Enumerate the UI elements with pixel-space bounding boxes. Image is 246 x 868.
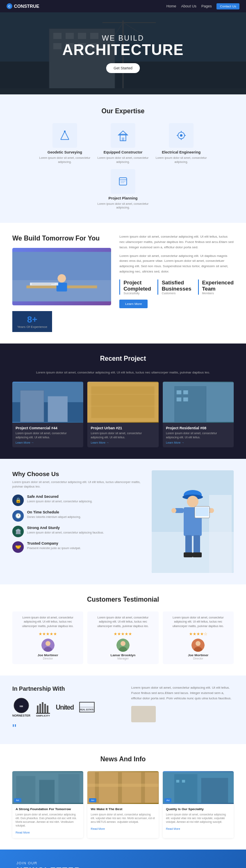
- why-item-3: 🤝 Trusted Company Praesent molestie just…: [12, 541, 144, 553]
- svg-point-80: [196, 641, 200, 646]
- news-content-1: We Make It The Best Lorem ipsum dolor si…: [87, 804, 158, 834]
- nav-links: Home About Us Pages Contact Us: [166, 3, 239, 9]
- why-left-col: Why Choose Us Lorem ipsum dolor sit amet…: [12, 470, 144, 557]
- news-title: News And Info: [12, 756, 234, 763]
- stat-0-label: Successfully: [123, 292, 151, 295]
- svg-point-36: [57, 274, 66, 283]
- stat-2-label: Members: [202, 292, 234, 295]
- nav-home[interactable]: Home: [166, 4, 176, 8]
- why-item-3-title: Trusted Company: [27, 541, 81, 545]
- svg-point-66: [209, 508, 214, 513]
- expertise-card-3-title: Project Planning: [96, 196, 150, 200]
- project-img-1: [87, 382, 158, 423]
- why-item-0: 🔒 Safe And Secured Lorem ipsum dolor sit…: [12, 495, 144, 506]
- news-img-1: Art: [87, 771, 158, 804]
- svg-rect-99: [118, 772, 122, 803]
- build-image: [12, 248, 111, 305]
- svg-rect-87: [44, 704, 46, 713]
- expertise-icon-1: [111, 123, 135, 148]
- news-section: News And Info Art A Strong Foundation Fo…: [0, 744, 246, 850]
- svg-rect-47: [91, 386, 155, 418]
- news-link-0[interactable]: Read More: [16, 831, 30, 834]
- hero-cta-button[interactable]: Get Started: [106, 63, 140, 73]
- svg-rect-53: [183, 390, 188, 394]
- why-icon-2: 🏛️: [12, 526, 24, 537]
- svg-rect-55: [183, 397, 188, 401]
- nav-pages[interactable]: Pages: [201, 4, 212, 8]
- partner-title: In Partnership With: [12, 685, 123, 692]
- nav-contact-button[interactable]: Contact Us: [216, 3, 239, 9]
- project-link-1[interactable]: Learn More →: [91, 441, 155, 444]
- avatar-2: [191, 639, 205, 652]
- expertise-section: Our Expertise Geodetic Surveying Lorem i…: [0, 94, 246, 223]
- nav-about[interactable]: About Us: [181, 4, 196, 8]
- project-card-0: Project Commercial #44 Lorem ipsum dolor…: [12, 382, 83, 447]
- reviewer-role-0: Director: [16, 657, 79, 660]
- svg-rect-88: [47, 705, 48, 713]
- testimonial-title: Customers Testimonial: [12, 596, 234, 603]
- partner-logos: NM NORNESTER SIMPLICITY United REAL ESTA…: [12, 698, 123, 717]
- news-title-2: Quality Is Our Speciality: [166, 807, 230, 811]
- svg-point-61: [187, 496, 198, 507]
- expertise-card-3-desc: Lorem ipsum dolor sit amet, consectetur …: [96, 202, 150, 210]
- newsletter-join-label: JOIN OUR: [16, 861, 123, 865]
- logo-icon: C: [7, 3, 12, 9]
- expertise-card-0-title: Geodetic Surveying: [38, 150, 91, 154]
- recent-desc: Lorem ipsum dolor sit amet, consectetur …: [12, 371, 234, 374]
- svg-point-77: [121, 641, 125, 646]
- learn-more-button[interactable]: Learn More: [119, 300, 148, 308]
- news-grid: Art A Strong Foundation For Tomorrow Lor…: [12, 771, 234, 838]
- project-info-2: Project Residential #08 Lorem ipsum dolo…: [163, 423, 234, 447]
- expertise-card-2: Electrical Engineering Lorem ipsum dolor…: [155, 123, 208, 164]
- news-badge-2: Art: [164, 798, 172, 802]
- build-desc2: Lorem ipsum dolor sit amet, consectetur …: [119, 254, 234, 275]
- stat-1-label: Customers: [162, 292, 191, 295]
- build-left-col: We Build Tomorrow For You 8+ Years Of Ex…: [12, 234, 111, 332]
- recent-section: Recent Project Lorem ipsum dolor sit ame…: [0, 344, 246, 459]
- news-card-0: Art A Strong Foundation For Tomorrow Lor…: [12, 771, 83, 838]
- svg-point-65: [171, 508, 176, 513]
- why-item-0-desc: Lorem ipsum dolor sit amet, consectetur …: [27, 499, 93, 504]
- stat-1: Satisfied Businesses Customers: [157, 279, 191, 295]
- svg-point-19: [64, 131, 66, 132]
- news-desc-0: Lorem ipsum dolor sit amet, consectetur …: [16, 813, 80, 827]
- svg-rect-89: [36, 713, 50, 714]
- expertise-card-3: Project Planning Lorem ipsum dolor sit a…: [96, 169, 150, 210]
- project-link-2[interactable]: Learn More →: [166, 441, 230, 444]
- svg-rect-58: [209, 495, 232, 573]
- svg-rect-68: [196, 507, 209, 516]
- partner-image-placeholder: [131, 706, 156, 722]
- avatar-1: [116, 639, 130, 652]
- svg-rect-15: [0, 88, 246, 94]
- svg-rect-7: [53, 43, 61, 49]
- why-right-col: [152, 470, 234, 573]
- why-icon-3: 🤝: [12, 541, 24, 553]
- avatar-0: [41, 639, 55, 652]
- project-img-2: [163, 382, 234, 423]
- recent-title: Recent Project: [12, 355, 234, 362]
- news-img-0: Art: [12, 771, 83, 804]
- why-text-2: Strong And Sturdy Lorem ipsum dolor sit …: [27, 526, 104, 535]
- project-link-0[interactable]: Learn More →: [16, 441, 80, 444]
- svg-rect-71: [184, 552, 193, 557]
- svg-rect-22: [122, 137, 124, 141]
- quote-icon: ": [12, 723, 123, 734]
- partner-logo-2: United: [56, 704, 74, 711]
- navigation: C CONSTRUE Home About Us Pages Contact U…: [0, 0, 246, 12]
- news-link-1[interactable]: Read More: [91, 827, 105, 830]
- project-desc-1: Lorem ipsum dolor sit amet, consectetur …: [91, 431, 155, 440]
- project-img-0: [12, 382, 83, 423]
- expertise-card-1-desc: Lorem ipsum dolor sit amet, consectetur …: [96, 156, 150, 164]
- news-badge-0: Art: [14, 798, 21, 802]
- project-title-0: Project Commercial #44: [16, 426, 80, 430]
- nav-logo: C CONSTRUE: [7, 3, 39, 9]
- news-title-0: A Strong Foundation For Tomorrow: [16, 807, 80, 811]
- expertise-card-0-desc: Lorem ipsum dolor sit amet, consectetur …: [38, 156, 91, 164]
- svg-rect-101: [87, 784, 158, 787]
- svg-line-16: [61, 131, 65, 140]
- expertise-card-2-title: Electrical Engineering: [155, 150, 208, 154]
- news-link-2[interactable]: Read More: [166, 827, 180, 830]
- svg-rect-105: [176, 780, 179, 783]
- partnership-section: In Partnership With NM NORNESTER SIMPLIC…: [0, 676, 246, 744]
- newsletter-inner: JOIN OUR NEWSLETTER Lorem ipsum dolor si…: [16, 861, 230, 868]
